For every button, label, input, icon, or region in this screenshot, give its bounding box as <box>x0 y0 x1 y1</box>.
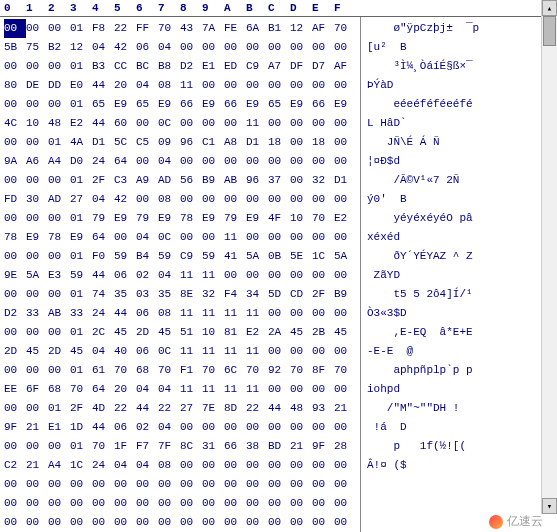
hex-byte[interactable]: 00 <box>312 513 334 532</box>
hex-byte[interactable]: 04 <box>158 418 180 437</box>
hex-byte[interactable]: 68 <box>48 380 70 399</box>
hex-byte[interactable]: 00 <box>26 437 48 456</box>
hex-byte[interactable]: 00 <box>26 323 48 342</box>
hex-byte[interactable]: 00 <box>268 304 290 323</box>
hex-byte[interactable]: 11 <box>180 342 202 361</box>
hex-byte[interactable]: 00 <box>290 475 312 494</box>
hex-byte[interactable]: 00 <box>26 209 48 228</box>
ascii-row[interactable]: Ò3«3$D <box>367 304 551 323</box>
hex-byte[interactable]: 4D <box>92 399 114 418</box>
hex-byte[interactable]: 03 <box>136 285 158 304</box>
hex-byte[interactable]: 38 <box>246 437 268 456</box>
hex-byte[interactable]: 45 <box>158 323 180 342</box>
hex-byte[interactable]: 00 <box>180 190 202 209</box>
hex-byte[interactable]: 00 <box>202 475 224 494</box>
hex-byte[interactable]: 4C <box>4 114 26 133</box>
hex-byte[interactable]: 6A <box>246 19 268 38</box>
hex-byte[interactable]: 30 <box>26 190 48 209</box>
hex-byte[interactable]: 11 <box>180 304 202 323</box>
hex-byte[interactable]: 78 <box>180 209 202 228</box>
hex-byte[interactable]: 00 <box>268 494 290 513</box>
hex-byte[interactable]: 18 <box>312 133 334 152</box>
hex-byte[interactable]: 34 <box>246 285 268 304</box>
hex-byte[interactable]: 00 <box>158 494 180 513</box>
hex-byte[interactable]: 00 <box>4 19 26 38</box>
hex-byte[interactable]: 11 <box>246 304 268 323</box>
hex-byte[interactable]: 00 <box>290 304 312 323</box>
hex-byte[interactable]: 68 <box>136 361 158 380</box>
ascii-column[interactable]: ø"ÿpCzþj± ¯p[u² B ³Ì¼¸ÒáíÉ§ß×¯ÞÝàD eéeéf… <box>361 17 557 532</box>
hex-byte[interactable]: 00 <box>334 418 356 437</box>
hex-byte[interactable]: B4 <box>136 247 158 266</box>
hex-byte[interactable]: 45 <box>26 342 48 361</box>
hex-byte[interactable]: 00 <box>26 361 48 380</box>
hex-byte[interactable]: 00 <box>224 456 246 475</box>
hex-byte[interactable]: 2D <box>4 342 26 361</box>
hex-byte[interactable]: 00 <box>334 38 356 57</box>
hex-byte[interactable]: 00 <box>224 266 246 285</box>
ascii-row[interactable]: Â!¤ ($ <box>367 456 551 475</box>
hex-byte[interactable]: 11 <box>246 380 268 399</box>
hex-byte[interactable]: 00 <box>180 228 202 247</box>
hex-byte[interactable]: CD <box>290 285 312 304</box>
hex-byte[interactable]: 00 <box>4 437 26 456</box>
hex-byte[interactable]: F0 <box>92 247 114 266</box>
hex-byte[interactable]: 00 <box>180 513 202 532</box>
hex-byte[interactable]: A4 <box>48 456 70 475</box>
hex-byte[interactable]: 02 <box>136 418 158 437</box>
hex-byte[interactable]: 00 <box>268 266 290 285</box>
hex-byte[interactable]: 11 <box>224 380 246 399</box>
hex-byte[interactable]: 5A <box>334 247 356 266</box>
hex-byte[interactable]: 08 <box>158 190 180 209</box>
hex-byte[interactable]: 00 <box>312 266 334 285</box>
hex-byte[interactable]: B3 <box>92 57 114 76</box>
hex-byte[interactable]: 00 <box>4 475 26 494</box>
hex-byte[interactable]: 70 <box>334 361 356 380</box>
hex-byte[interactable]: 00 <box>26 399 48 418</box>
hex-byte[interactable]: 7A <box>202 19 224 38</box>
hex-byte[interactable]: 32 <box>312 171 334 190</box>
hex-byte[interactable]: E9 <box>246 209 268 228</box>
hex-byte[interactable]: 11 <box>202 342 224 361</box>
ascii-row[interactable]: ³Ì¼¸ÒáíÉ§ß×¯ <box>367 57 551 76</box>
hex-byte[interactable]: 04 <box>158 38 180 57</box>
hex-byte[interactable]: 00 <box>48 361 70 380</box>
hex-byte[interactable]: 5B <box>4 38 26 57</box>
hex-byte[interactable]: C9 <box>246 57 268 76</box>
hex-byte[interactable]: E9 <box>202 95 224 114</box>
hex-byte[interactable]: 45 <box>290 323 312 342</box>
hex-byte[interactable]: 00 <box>136 190 158 209</box>
hex-byte[interactable]: 00 <box>92 475 114 494</box>
hex-byte[interactable]: 00 <box>268 380 290 399</box>
hex-byte[interactable]: 70 <box>312 209 334 228</box>
hex-byte[interactable]: 00 <box>202 456 224 475</box>
hex-byte[interactable]: 96 <box>180 133 202 152</box>
hex-byte[interactable]: 00 <box>4 494 26 513</box>
hex-byte[interactable]: 61 <box>92 361 114 380</box>
hex-byte[interactable]: 00 <box>4 209 26 228</box>
hex-byte[interactable]: 01 <box>70 19 92 38</box>
hex-byte[interactable]: A7 <box>268 57 290 76</box>
hex-byte[interactable]: AB <box>224 171 246 190</box>
hex-byte[interactable]: 21 <box>290 437 312 456</box>
hex-byte[interactable]: 5A <box>26 266 48 285</box>
hex-byte[interactable]: 00 <box>334 114 356 133</box>
hex-byte[interactable]: 00 <box>224 513 246 532</box>
hex-byte[interactable]: A9 <box>136 171 158 190</box>
ascii-row[interactable]: ¦¤Ð$d <box>367 152 551 171</box>
hex-byte[interactable]: 10 <box>290 209 312 228</box>
hex-byte[interactable]: 01 <box>70 361 92 380</box>
hex-byte[interactable]: 70 <box>70 380 92 399</box>
hex-byte[interactable]: 00 <box>334 228 356 247</box>
hex-byte[interactable]: 00 <box>290 76 312 95</box>
hex-byte[interactable]: 81 <box>224 323 246 342</box>
ascii-row[interactable]: [u² B <box>367 38 551 57</box>
hex-byte[interactable]: 60 <box>114 114 136 133</box>
hex-byte[interactable]: 5A <box>246 247 268 266</box>
hex-byte[interactable]: 11 <box>246 114 268 133</box>
hex-byte[interactable]: 1D <box>70 418 92 437</box>
scroll-up-button[interactable]: ▴ <box>542 0 557 16</box>
hex-byte[interactable]: 66 <box>224 95 246 114</box>
hex-byte[interactable]: 24 <box>92 456 114 475</box>
hex-byte[interactable]: 0C <box>158 228 180 247</box>
